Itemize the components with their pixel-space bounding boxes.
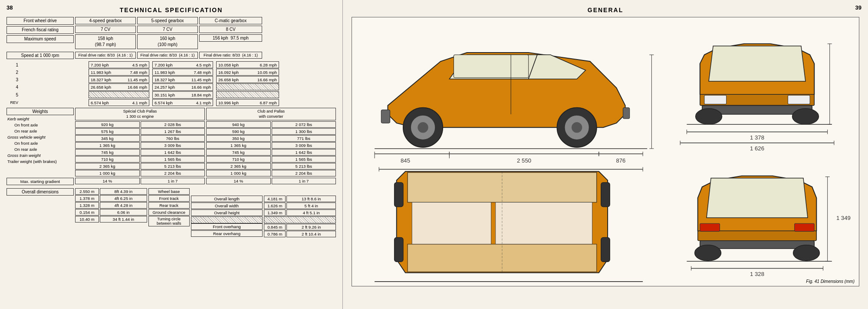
rear-overhang-m: 0.786 m xyxy=(264,231,286,237)
club-gradient-pct: 14 % xyxy=(206,178,271,184)
svg-rect-0 xyxy=(454,55,528,78)
dim-876: 876 xyxy=(616,157,625,164)
special-trailer-row: 1 000 kg 2 204 lbs xyxy=(75,170,205,176)
special-kerb-kg: 920 kg xyxy=(75,121,140,128)
front-view-car: 1 378 1 626 xyxy=(680,44,834,152)
four-speed-final: Final drive ratio: 8/33 (4.16 : 1) xyxy=(75,52,136,60)
front-wheel-drive-label: Front wheel drive xyxy=(7,17,74,25)
svg-rect-8 xyxy=(381,110,390,123)
cmatic-gear3: 26.658 kph 16.66 mph xyxy=(216,76,279,83)
gross-rear-axle-label: On rear axle xyxy=(7,146,74,152)
cmatic-rev: 10.996 kph 6.87 mph xyxy=(216,99,279,106)
five-speed-gear4: 24.257 kph 16.66 mph xyxy=(152,83,213,91)
weights-labels: Weights Kerb weight On front axle On rea… xyxy=(7,108,74,177)
club-gross-lbs: 3 009 lbs xyxy=(272,142,336,149)
side-view-car: 845 2 550 876 xyxy=(375,53,654,172)
club-front-kg: 590 kg xyxy=(206,128,271,135)
club-gradient-frac: 1 in 7 xyxy=(272,178,336,184)
gear-4-empty xyxy=(20,83,88,90)
dim-row-wheelbase: 2.550 m 8ft 4.39 in xyxy=(75,188,147,195)
dim-1328-bottom: 1 328 xyxy=(750,271,764,277)
gear-2-row: 2 11.983 kph 7.48 mph 11.983 kph 7.48 mp… xyxy=(7,69,336,76)
spec-labels-col: Front wheel drive French fiscal rating M… xyxy=(7,17,74,50)
five-speed-gear2: 11.983 kph 7.48 mph xyxy=(152,69,213,76)
dim-right-overall: Overall length Overall width Overall hei… xyxy=(191,188,263,238)
club-converter-col: Club and Pallas with converter 940 kg 2 … xyxy=(206,108,336,177)
svg-rect-28 xyxy=(704,95,727,104)
special-gradient-col: 14 % 1 in 7 xyxy=(75,178,205,186)
turningcircle-label: Turning circle between walls xyxy=(148,216,190,226)
special-rear-kg: 345 kg xyxy=(75,135,140,142)
page-number-left: 38 xyxy=(7,4,13,11)
weights-header: Weights xyxy=(7,108,74,115)
five-speed-rev: 6.574 kph 4.1 mph xyxy=(152,99,213,106)
overall-width-m: 1.626 m xyxy=(264,203,286,209)
gear-2-empty xyxy=(20,69,88,76)
club-trailer-row: 1 000 kg 2 204 lbs xyxy=(206,170,336,176)
overall-width-label: Overall width xyxy=(191,203,263,209)
dim-845: 845 xyxy=(401,157,410,164)
fiscal-rating-label: French fiscal rating xyxy=(7,26,74,34)
club-grossrear-kg: 710 kg xyxy=(206,156,271,163)
overall-height-label: Overall height xyxy=(191,209,263,216)
four-speed-gear3: 18.327 kph 11.45 mph xyxy=(89,76,149,83)
dim-1626: 1 626 xyxy=(750,145,764,152)
club-train-kg: 2 365 kg xyxy=(206,163,271,169)
cmatic-col: C-matic gearbox 8 CV 156 kph 97.5 mph xyxy=(199,17,262,50)
weights-section: Weights Kerb weight On front axle On rea… xyxy=(7,108,336,177)
front-overhang-imp: 2 ft 9.26 in xyxy=(286,224,336,230)
car-diagrams-svg: 845 2 550 876 xyxy=(352,17,859,286)
club-rear-row: 350 kg 771 lbs xyxy=(206,135,336,142)
four-speed-gear2: 11.983 kph 7.48 mph xyxy=(89,69,149,76)
special-train-kg: 2 365 kg xyxy=(75,163,140,169)
overall-height-val-row: 1.349 m 4 ft 5.1 in xyxy=(264,209,336,216)
cmatic-maxspeed: 156 kph 97.5 mph xyxy=(199,34,262,42)
overall-length-m: 4.181 m xyxy=(264,196,286,202)
ground-clear-hatch xyxy=(191,216,263,223)
club-trailer-kg: 1 000 kg xyxy=(206,170,271,176)
cmatic-final: Final drive ratio: 8/33 (4.16 : 1) xyxy=(199,52,262,60)
rear-view-car: 1 349 1 328 xyxy=(687,176,850,277)
five-speed-maxspeed: 160 kph (100 mph) xyxy=(137,34,198,49)
svg-rect-29 xyxy=(788,95,810,104)
diagram-area: 845 2 550 876 xyxy=(352,17,859,286)
four-speed-header: 4-speed gearbox xyxy=(75,17,136,24)
special-kerb-row: 920 kg 2 028 lbs xyxy=(75,121,205,128)
svg-rect-9 xyxy=(623,108,630,119)
gross-train-weight-label: Gross train weight xyxy=(7,153,74,158)
front-overhang-label: Front overhang xyxy=(191,223,263,230)
dim-2550: 2 550 xyxy=(517,157,531,164)
svg-rect-46 xyxy=(395,238,403,262)
svg-point-4 xyxy=(418,122,428,133)
fronttrack-label: Front track xyxy=(148,195,190,202)
five-speed-gear1: 7.200 kph 4.5 mph xyxy=(152,61,213,68)
page-number-right: 39 xyxy=(855,4,861,11)
dim-1378-top: 1 378 xyxy=(750,134,764,141)
special-rear-lbs: 760 lbs xyxy=(141,135,205,142)
gradient-label-col: Max. starting gradient xyxy=(7,178,74,186)
rev-label: REV xyxy=(7,99,20,106)
svg-rect-47 xyxy=(601,183,610,207)
overall-length-imp: 13 ft 8.6 in xyxy=(286,196,336,202)
special-grossfront-row: 745 kg 1 642 lbs xyxy=(75,149,205,156)
trailer-weight-label: Trailer weight (with brakes) xyxy=(7,159,74,164)
reartrack-label: Rear track xyxy=(148,202,190,209)
rev-empty xyxy=(20,99,88,106)
club-front-row: 590 kg 1 300 lbs xyxy=(206,128,336,135)
overall-width-imp: 5 ft 4 in xyxy=(286,203,336,209)
main-content: Front wheel drive French fiscal rating M… xyxy=(4,17,338,238)
special-front-lbs: 1 267 lbs xyxy=(141,128,205,135)
cmatic-header: C-matic gearbox xyxy=(199,17,262,24)
dim-row-turning: 10.40 m 34 ft 1.44 in xyxy=(75,216,147,223)
gear-1-empty xyxy=(20,61,88,68)
wheelbase-imp: 8ft 4.39 in xyxy=(100,188,147,195)
club-gradient-row: 14 % 1 in 7 xyxy=(206,178,336,184)
rear-overhang-val-row: 0.786 m 2 ft 10.4 in xyxy=(264,231,336,237)
club-grossfront-kg: 745 kg xyxy=(206,149,271,156)
five-speed-final-drive: Final drive ratio: 8/33 (4.16 : 1) xyxy=(137,52,198,59)
dim-left-table: 2.550 m 8ft 4.39 in 1.378 m 4ft 6.25 in … xyxy=(75,188,147,238)
svg-point-7 xyxy=(572,122,582,133)
kerb-weight-label: Kerb weight xyxy=(7,116,74,122)
spacer-top xyxy=(264,188,336,195)
svg-point-58 xyxy=(793,245,820,261)
